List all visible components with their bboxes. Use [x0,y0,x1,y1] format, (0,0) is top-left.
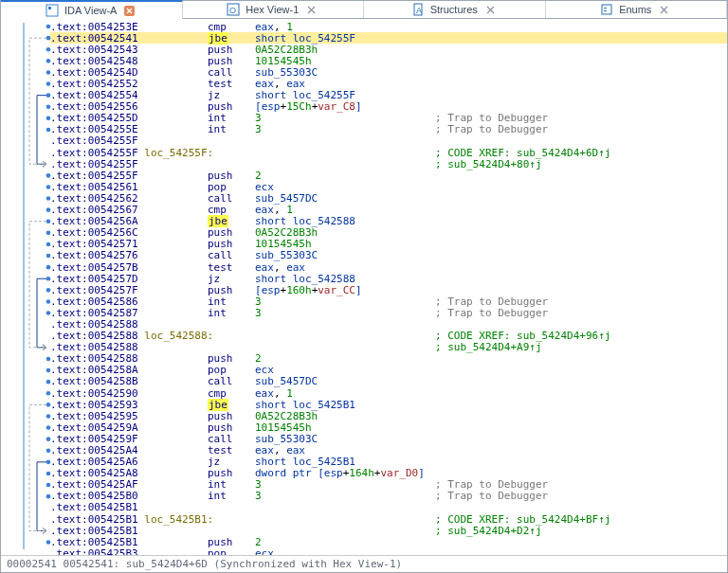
disasm-row[interactable]: .text:0054255F loc_54255F:; CODE XREF: s… [50,147,727,158]
svg-point-43 [46,472,51,476]
svg-rect-8 [604,8,607,9]
enums-icon [600,3,613,16]
disasm-row[interactable]: .text:00542541jbeshort loc_54255F [50,32,727,44]
disasm-row[interactable]: .text:0054256Ajbeshort loc_542588 [50,216,727,227]
disasm-row[interactable]: .text:0054254Dcallsub_55303C [50,66,727,78]
svg-text:O: O [229,6,236,15]
disasm-row[interactable]: .text:0054257Btesteax, eax [50,261,727,273]
tab-label: Enums [619,4,651,15]
disasm-row[interactable]: .text:0054259Fcallsub_55303C [50,433,727,444]
disasm-row[interactable]: .text:005425B1 [50,502,727,513]
code-listing[interactable]: .text:0054253Ecmpeax, 1.text:00542541jbe… [50,19,727,555]
disasm-row[interactable]: .text:00542588push2 [50,353,727,365]
disasm-row[interactable]: .text:0054257Fpush[esp+160h+var_CC] [50,284,727,295]
svg-point-42 [46,460,51,465]
disasm-row[interactable]: .text:0054255F [50,135,727,147]
disasm-row[interactable]: .text:00542588 [50,318,727,330]
svg-point-12 [46,47,51,52]
disasm-row[interactable]: .text:00542554jzshort loc_54255F [50,90,727,101]
svg-text:A: A [416,6,422,15]
ida-window: IDA View-A O Hex View-1 A Structures [0,0,728,573]
disasm-row[interactable]: .text:005425B0int3; Trap to Debugger [50,491,727,502]
svg-point-24 [46,219,51,224]
disasm-row[interactable]: .text:005425A4testeax, eax [50,444,727,456]
disasm-row[interactable]: .text:005425A6jzshort loc_5425B1 [50,457,727,468]
svg-point-41 [46,448,51,453]
svg-point-18 [46,116,51,121]
tab-label: IDA View-A [64,5,117,16]
disasm-row[interactable]: .text:00542593jbeshort loc_5425B1 [50,399,727,410]
disasm-row[interactable]: .text:00542576callsub_55303C [50,250,727,261]
disasm-row[interactable]: .text:00542595push0A52C28B3h [50,410,727,421]
disasm-row[interactable]: .text:0054256Cpush0A52C28B3h [50,227,727,239]
disasm-row[interactable]: .text:0054257Djzshort loc_542588 [50,273,727,284]
disasm-row[interactable]: .text:0054255Dint3; Trap to Debugger [50,113,727,124]
svg-point-14 [46,70,51,75]
disasm-row[interactable]: .text:00542567cmpeax, 1 [50,205,727,216]
structures-icon: A [411,3,425,16]
disasm-row[interactable]: .text:005425AFint3; Trap to Debugger [50,479,727,491]
disasm-row[interactable]: .text:00542543push0A52C28B3h [50,44,727,55]
disasm-row[interactable]: .text:00542587int3; Trap to Debugger [50,307,727,318]
tab-ida-view-a[interactable]: IDA View-A [1,0,183,19]
svg-point-23 [46,207,51,212]
disasm-row[interactable]: .text:0054259Apush10154545h [50,421,727,433]
status-text: 00002541 00542541: sub_5424D4+6D (Synchr… [7,558,402,570]
tab-hex-view-1[interactable]: O Hex View-1 [183,1,365,18]
disasm-row[interactable]: .text:00542571push10154545h [50,239,727,250]
disasm-row[interactable]: .text:00542586int3; Trap to Debugger [50,295,727,307]
disasm-row[interactable]: .text:005425B3popecx [50,547,727,555]
svg-point-30 [46,288,51,293]
svg-point-25 [46,231,51,236]
disasm-row[interactable]: .text:0054255Eint3; Trap to Debugger [50,124,727,135]
disasm-row[interactable]: .text:00542548push10154545h [50,55,727,66]
tab-structures[interactable]: A Structures [364,1,546,18]
svg-point-13 [46,59,51,63]
tab-enums[interactable]: Enums [546,1,728,18]
disasm-row[interactable]: .text:0054253Ecmpeax, 1 [50,21,727,32]
svg-point-45 [46,494,51,499]
tabstrip: IDA View-A O Hex View-1 A Structures [1,1,727,19]
tab-close-icon[interactable] [483,5,498,15]
disasm-row[interactable]: .text:005425B1push2 [50,536,727,547]
svg-point-16 [46,93,51,98]
tab-close-icon[interactable] [122,6,136,16]
svg-point-27 [46,254,51,259]
svg-point-29 [46,277,51,281]
tab-close-icon[interactable] [657,5,671,15]
tab-close-icon[interactable] [304,5,318,15]
disassembly-view[interactable]: .text:0054253Ecmpeax, 1.text:00542541jbe… [1,19,727,555]
svg-point-33 [46,357,51,362]
disasm-row[interactable]: .text:00542556push[esp+15Ch+var_C8] [50,101,727,113]
disasm-row[interactable]: .text:00542588; sub_5424D4+A9↑j [50,342,727,353]
statusbar: 00002541 00542541: sub_5424D4+6D (Synchr… [1,555,727,572]
disasm-row[interactable]: .text:00542562callsub_5457DC [50,192,727,204]
svg-point-31 [46,299,51,304]
disasm-row[interactable]: .text:00542552testeax, eax [50,78,727,89]
svg-point-11 [46,36,51,41]
disasm-row[interactable]: .text:0054255F; sub_5424D4+80↑j [50,158,727,170]
svg-point-26 [46,242,51,247]
disasm-row[interactable]: .text:005425B1 loc_5425B1:; CODE XREF: s… [50,513,727,525]
svg-point-28 [46,265,51,270]
disasm-row[interactable]: .text:0054258Apopecx [50,365,727,376]
svg-point-38 [46,414,51,419]
disasm-row[interactable]: .text:00542590cmpeax, 1 [50,387,727,399]
svg-point-32 [46,311,51,315]
disasm-row[interactable]: .text:0054255Fpush2 [50,170,727,181]
disasm-row[interactable]: .text:005425A8pushdword ptr [esp+164h+va… [50,468,727,479]
svg-rect-0 [46,5,58,16]
svg-point-46 [46,540,51,545]
disasm-row[interactable]: .text:0054258Bcallsub_5457DC [50,376,727,387]
svg-point-35 [46,380,51,385]
tab-label: Hex View-1 [246,4,299,15]
svg-rect-7 [602,5,611,14]
disasm-row[interactable]: .text:005425B1; sub_5424D4+D2↑j [50,525,727,536]
disasm-row[interactable]: .text:00542561popecx [50,181,727,192]
svg-point-39 [46,425,51,430]
disasm-row[interactable]: .text:00542588 loc_542588:; CODE XREF: s… [50,331,727,342]
svg-point-34 [46,368,51,373]
svg-point-15 [46,81,51,86]
svg-point-44 [46,483,51,488]
svg-point-19 [46,128,51,133]
